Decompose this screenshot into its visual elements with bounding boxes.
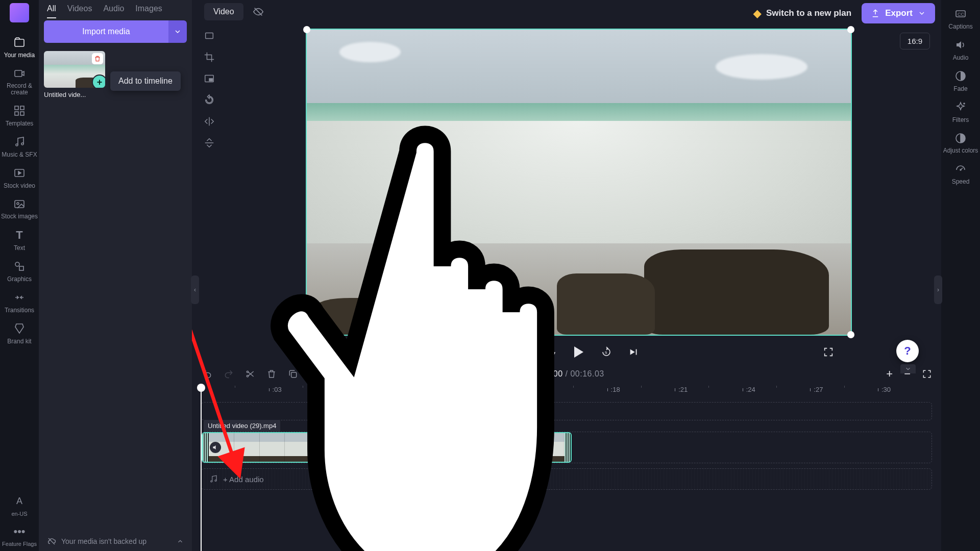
skip-end-button[interactable] — [627, 345, 641, 359]
adjust-icon — [954, 132, 967, 145]
audio-lane[interactable]: + Add audio — [201, 468, 932, 490]
rail-stock-images[interactable]: Stock images — [0, 193, 39, 224]
export-button[interactable]: Export — [862, 3, 935, 23]
rail-brand-kit[interactable]: Brand kit — [0, 318, 39, 349]
rail-label: en-US — [11, 511, 27, 517]
skip-start-button[interactable] — [517, 345, 531, 359]
help-button[interactable]: ? — [896, 340, 919, 362]
backup-notice-text: Your media isn't backed up — [61, 537, 146, 545]
rail-speed[interactable]: Speed — [941, 158, 980, 189]
aspect-ratio-badge[interactable]: 16:9 — [900, 33, 930, 49]
play-button[interactable] — [572, 345, 586, 359]
rail-fade[interactable]: Fade — [941, 65, 980, 96]
tab-images[interactable]: Images — [135, 4, 162, 13]
clip-type-label[interactable]: Video — [204, 3, 243, 20]
record-icon — [13, 67, 26, 80]
clip-frames — [209, 433, 565, 462]
rail-label: Stock video — [4, 182, 35, 189]
resize-handle[interactable] — [847, 331, 854, 338]
stage-type-row: Video — [204, 3, 264, 20]
rail-label: Your media — [4, 52, 35, 59]
filters-icon — [954, 101, 967, 114]
undo-button[interactable] — [201, 368, 213, 380]
delete-media-button[interactable] — [92, 53, 103, 64]
resize-handle[interactable] — [847, 26, 854, 33]
app-logo[interactable] — [10, 3, 29, 22]
fade-icon — [954, 69, 967, 83]
captions-icon: CC — [954, 7, 967, 20]
clip-trim-right[interactable] — [565, 433, 571, 462]
total-time: 00:16.03 — [570, 369, 604, 378]
clip-trim-left[interactable] — [203, 433, 209, 462]
resize-handle[interactable] — [303, 331, 310, 338]
zoom-fit-button[interactable] — [922, 369, 932, 379]
fit-icon[interactable] — [202, 29, 216, 43]
import-media-button[interactable]: Import media — [44, 20, 168, 43]
rail-templates[interactable]: Templates — [0, 100, 39, 131]
rail-stock-video[interactable]: Stock video — [0, 162, 39, 193]
rotate-icon[interactable] — [202, 93, 216, 107]
resize-handle[interactable] — [303, 26, 310, 33]
add-audio-label: + Add audio — [223, 475, 264, 484]
right-rail: CC Captions Audio Fade Filters Adjust co… — [941, 0, 980, 551]
svg-point-11 — [15, 262, 19, 266]
switch-plan-button[interactable]: ◆ Switch to a new plan — [750, 7, 854, 20]
forward-button[interactable]: 5 — [599, 345, 614, 359]
ruler-tick: :15 — [540, 386, 552, 393]
zoom-out-button[interactable]: − — [904, 367, 911, 381]
flip-v-icon[interactable] — [202, 136, 216, 150]
rail-feature-flags[interactable]: ••• Feature Flags — [0, 521, 39, 551]
video-lane[interactable]: Untitled video (29).mp4 — [201, 432, 932, 463]
collapse-right-panel[interactable]: › — [934, 276, 942, 304]
rail-music-sfx[interactable]: Music & SFX — [0, 131, 39, 162]
media-thumbnail[interactable]: + — [44, 51, 105, 88]
svg-rect-3 — [20, 106, 24, 110]
rail-adjust-colors[interactable]: Adjust colors — [941, 128, 980, 158]
fullscreen-button[interactable] — [821, 345, 836, 359]
tab-videos[interactable]: Videos — [67, 4, 92, 13]
svg-rect-0 — [15, 39, 24, 46]
stockvideo-icon — [13, 166, 26, 180]
add-to-timeline-tooltip: Add to timeline — [110, 71, 181, 91]
duplicate-button[interactable] — [287, 368, 299, 380]
tab-audio[interactable]: Audio — [103, 4, 124, 13]
video-clip[interactable] — [202, 432, 572, 463]
flip-h-icon[interactable] — [202, 114, 216, 129]
tab-all[interactable]: All — [47, 4, 56, 13]
rail-text[interactable]: T Text — [0, 224, 39, 256]
timeline-body[interactable]: :03:06:09:12:15:18:21:24:27:30 Untitled … — [201, 385, 932, 490]
backup-notice[interactable]: Your media isn't backed up — [44, 532, 187, 551]
redo-button[interactable] — [223, 368, 235, 380]
import-media-dropdown[interactable] — [168, 20, 187, 43]
rail-filters[interactable]: Filters — [941, 96, 980, 128]
rail-audio[interactable]: Audio — [941, 34, 980, 65]
empty-lane[interactable] — [201, 402, 932, 420]
rail-transitions[interactable]: Transitions — [0, 287, 39, 318]
rail-captions[interactable]: CC Captions — [941, 3, 980, 34]
rail-language[interactable]: A en-US — [0, 491, 39, 521]
split-button[interactable] — [244, 368, 256, 380]
export-label: Export — [885, 8, 913, 18]
visibility-off-icon[interactable] — [253, 6, 264, 17]
svg-rect-1 — [15, 70, 22, 77]
rail-graphics[interactable]: Graphics — [0, 256, 39, 287]
preview-image — [307, 30, 851, 335]
rewind-button[interactable]: 5 — [544, 345, 558, 359]
delete-clip-button[interactable] — [265, 368, 278, 380]
timeline-ruler[interactable]: :03:06:09:12:15:18:21:24:27:30 — [201, 386, 932, 399]
canvas-tools — [202, 29, 216, 150]
media-tabs: All Videos Audio Images — [44, 0, 187, 20]
pip-icon[interactable] — [202, 71, 216, 86]
add-to-timeline-button[interactable]: + — [93, 76, 105, 88]
rail-record-create[interactable]: Record & create — [0, 63, 39, 100]
rail-your-media[interactable]: Your media — [0, 32, 39, 63]
rail-label: Text — [14, 244, 25, 252]
rail-label: Fade — [953, 85, 967, 92]
collapse-left-panel[interactable]: ‹ — [191, 276, 199, 304]
clip-volume-icon[interactable] — [210, 442, 221, 453]
media-item[interactable]: + Untitled vide... Add to timeline — [44, 51, 105, 98]
crop-icon[interactable] — [202, 50, 216, 64]
media-panel: All Videos Audio Images Import media + U… — [39, 0, 192, 551]
zoom-in-button[interactable]: + — [886, 367, 893, 381]
preview-canvas[interactable] — [306, 29, 852, 336]
